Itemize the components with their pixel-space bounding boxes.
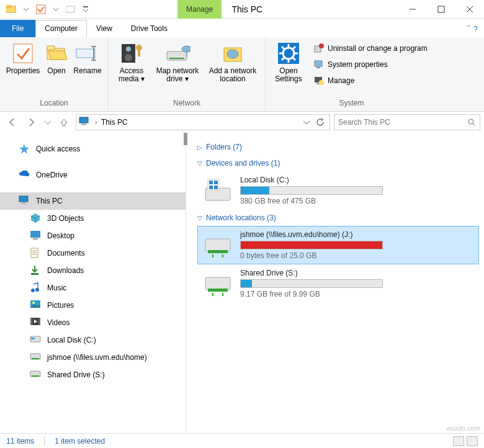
address-bar-row: › This PC Search This PC — [0, 112, 484, 133]
map-drive-button[interactable]: Map network drive ▾ — [151, 40, 204, 84]
nav-this-pc[interactable]: This PC — [0, 192, 186, 210]
uninstall-button[interactable]: Uninstall or change a program — [311, 42, 430, 55]
search-box[interactable]: Search This PC — [334, 114, 480, 130]
svg-point-60 — [32, 302, 35, 304]
svg-rect-3 — [66, 6, 74, 12]
svg-rect-1 — [6, 5, 11, 7]
open-settings-button[interactable]: Open Settings — [269, 40, 308, 84]
status-item-count: 11 items — [6, 437, 34, 446]
drive-local-c[interactable]: Local Disk (C:) 380 GB free of 475 GB — [197, 171, 479, 210]
usage-bar — [240, 241, 383, 249]
svg-rect-65 — [31, 338, 35, 339]
nav-local-disk-c[interactable]: Local Disk (C:) — [0, 331, 186, 349]
rename-button[interactable]: Rename — [71, 40, 104, 76]
back-button[interactable] — [4, 114, 20, 130]
svg-rect-76 — [205, 239, 230, 251]
quick-access-toolbar — [0, 2, 97, 16]
navigation-pane[interactable]: Quick access OneDrive This PC 3D Objects… — [0, 133, 186, 433]
svg-rect-44 — [79, 117, 88, 123]
up-button[interactable] — [56, 114, 72, 130]
svg-point-23 — [182, 46, 190, 52]
tab-drive-tools[interactable]: Drive Tools — [122, 20, 177, 37]
drive-free-text: 380 GB free of 475 GB — [240, 197, 383, 205]
properties-button[interactable]: Properties — [4, 40, 42, 76]
nav-onedrive[interactable]: OneDrive — [0, 166, 186, 184]
ribbon: Properties Open Rename Location Access m… — [0, 37, 484, 112]
drive-icon — [203, 177, 233, 204]
tab-view[interactable]: View — [87, 20, 122, 37]
svg-rect-81 — [208, 289, 228, 292]
main-area: Quick access OneDrive This PC 3D Objects… — [0, 133, 484, 433]
maximize-button[interactable] — [427, 0, 455, 19]
access-media-button[interactable]: Access media ▾ — [112, 40, 151, 84]
nav-pictures[interactable]: Pictures — [0, 297, 186, 314]
content-pane[interactable]: ▷Folders (7) ▽Devices and drives (1) Loc… — [186, 133, 484, 433]
drive-name: Shared Drive (S:) — [240, 269, 383, 277]
explorer-icon[interactable] — [5, 2, 17, 16]
refresh-button[interactable] — [313, 115, 327, 130]
svg-rect-80 — [205, 277, 230, 290]
qat-dropdown-2[interactable] — [50, 2, 62, 16]
drive-network-j[interactable]: jshmoe (\\files.uvm.edu\home) (J:) 0 byt… — [197, 226, 479, 264]
ribbon-help: ˆ ? — [461, 21, 484, 37]
svg-rect-56 — [31, 273, 38, 275]
pc-icon — [79, 117, 90, 128]
address-bar[interactable]: › This PC — [76, 114, 330, 130]
nav-downloads[interactable]: Downloads — [0, 262, 186, 279]
qat-customize[interactable] — [79, 2, 92, 16]
svg-rect-50 — [30, 231, 40, 238]
contextual-tab-manage: Manage — [177, 0, 222, 19]
svg-rect-40 — [316, 67, 320, 68]
forward-button[interactable] — [24, 114, 40, 130]
group-devices-drives[interactable]: ▽Devices and drives (1) — [197, 155, 479, 171]
ribbon-group-label-system: System — [269, 97, 434, 109]
drive-free-text: 0 bytes free of 25.0 GB — [240, 251, 383, 260]
nav-quick-access[interactable]: Quick access — [0, 140, 186, 158]
help-icon[interactable]: ? — [473, 25, 478, 34]
status-selection-count: 1 item selected — [55, 437, 105, 446]
tiles-view-button[interactable] — [467, 436, 478, 446]
ribbon-group-location: Properties Open Rename Location — [0, 37, 109, 111]
splitter-handle[interactable] — [184, 133, 187, 145]
svg-rect-22 — [169, 58, 184, 59]
open-button[interactable]: Open — [42, 40, 71, 76]
address-dropdown[interactable] — [300, 115, 313, 130]
ribbon-group-network: Access media ▾ Map network drive ▾ Add a… — [109, 37, 266, 111]
breadcrumb-chevron[interactable]: › — [95, 118, 97, 127]
nav-documents[interactable]: Documents — [0, 244, 186, 262]
add-network-location-button[interactable]: Add a network location — [204, 40, 261, 84]
nav-desktop[interactable]: Desktop — [0, 227, 186, 244]
properties-check-icon[interactable] — [35, 2, 47, 16]
breadcrumb-this-pc[interactable]: This PC — [101, 118, 128, 127]
drive-name: jshmoe (\\files.uvm.edu\home) (J:) — [240, 230, 383, 239]
tab-computer[interactable]: Computer — [35, 20, 87, 37]
svg-rect-39 — [315, 61, 322, 66]
close-button[interactable] — [455, 0, 484, 19]
svg-rect-63 — [38, 318, 40, 325]
search-placeholder: Search This PC — [338, 118, 390, 127]
group-folders[interactable]: ▷Folders (7) — [197, 139, 479, 155]
nav-videos[interactable]: Videos — [0, 314, 186, 331]
network-drive-icon — [203, 270, 233, 297]
details-view-button[interactable] — [453, 436, 464, 446]
svg-rect-9 — [14, 44, 32, 63]
svg-rect-48 — [19, 196, 28, 202]
collapse-ribbon-icon[interactable]: ˆ — [467, 25, 470, 34]
new-folder-icon[interactable] — [65, 2, 77, 16]
recent-dropdown[interactable] — [43, 114, 52, 130]
nav-net-drive-s[interactable]: Shared Drive (S:) — [0, 366, 186, 383]
nav-3d-objects[interactable]: 3D Objects — [0, 210, 186, 227]
manage-button[interactable]: Manage — [311, 74, 430, 87]
nav-music[interactable]: Music — [0, 279, 186, 297]
minimize-button[interactable] — [398, 0, 427, 19]
drive-network-s[interactable]: Shared Drive (S:) 9.17 GB free of 9.99 G… — [197, 264, 479, 303]
ribbon-tabs: File Computer View Drive Tools ˆ ? — [0, 19, 484, 37]
network-drive-icon — [203, 231, 233, 259]
group-network-locations[interactable]: ▽Network locations (3) — [197, 210, 479, 226]
svg-rect-6 — [438, 6, 444, 12]
tab-file[interactable]: File — [0, 20, 35, 37]
nav-net-drive-j[interactable]: jshmoe (\\files.uvm.edu\home) — [0, 349, 186, 366]
window-controls — [398, 0, 484, 19]
qat-dropdown-1[interactable] — [20, 2, 32, 16]
system-properties-button[interactable]: System properties — [311, 58, 430, 71]
